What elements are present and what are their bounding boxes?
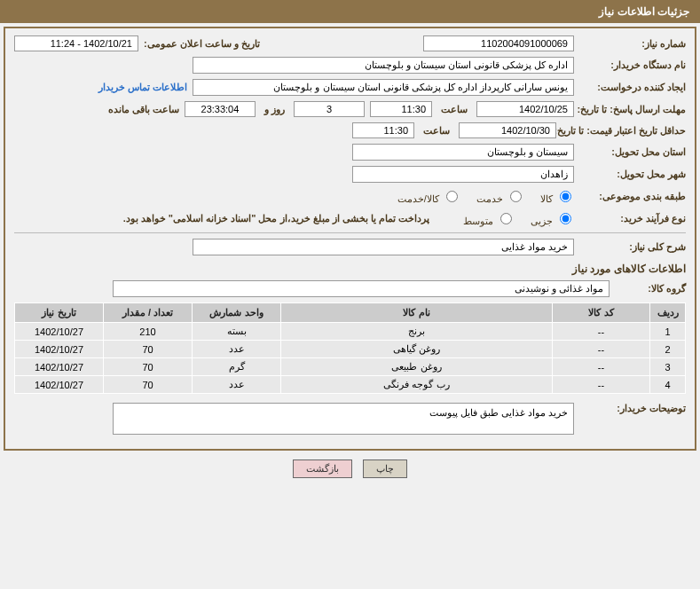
- class-opt3-label: کالا/خدمت: [397, 193, 439, 204]
- table-row: 1--برنجبسته2101402/10/27: [15, 323, 686, 341]
- th-unit: واحد شمارش: [193, 303, 281, 323]
- announce-datetime-value: 1402/10/21 - 11:24: [14, 35, 138, 51]
- need-number-label: شماره نیاز:: [579, 38, 686, 50]
- table-cell: عدد: [193, 341, 281, 358]
- table-cell: --: [553, 376, 650, 394]
- table-cell: برنج: [281, 323, 553, 341]
- divider-1: [14, 232, 686, 233]
- table-cell: 70: [104, 376, 193, 394]
- goods-group-label: گروه کالا:: [615, 283, 686, 294]
- table-cell: --: [553, 341, 650, 358]
- process-radio-medium[interactable]: متوسط: [463, 210, 515, 227]
- th-row: ردیف: [650, 303, 686, 323]
- th-code: کد کالا: [553, 303, 650, 323]
- delivery-province-label: استان محل تحویل:: [579, 146, 686, 158]
- validity-label: حداقل تاریخ اعتبار قیمت: تا تاریخ:: [562, 125, 686, 137]
- goods-group-value: مواد غذائی و نوشیدنی: [113, 280, 610, 297]
- requester-value: یونس سارانی کارپرداز اداره کل پزشکی قانو…: [193, 79, 574, 96]
- validity-date-value: 1402/10/30: [459, 122, 556, 138]
- buyer-notes-value: خرید مواد غذایی طبق فایل پیوست: [113, 403, 574, 435]
- requester-label: ایجاد کننده درخواست:: [579, 82, 686, 93]
- table-cell: --: [553, 323, 650, 341]
- table-cell: 1402/10/27: [15, 376, 104, 394]
- overview-label: شرح کلی نیاز:: [579, 241, 686, 253]
- table-cell: بسته: [193, 323, 281, 341]
- class-opt2-label: خدمت: [476, 193, 503, 204]
- table-cell: 70: [104, 358, 193, 376]
- table-cell: 1402/10/27: [15, 358, 104, 376]
- need-number-value: 1102004091000069: [423, 35, 574, 51]
- table-cell: گرم: [193, 358, 281, 376]
- class-radio-service[interactable]: خدمت: [476, 188, 524, 205]
- delivery-city-value: زاهدان: [352, 166, 574, 183]
- th-name: نام کالا: [281, 303, 553, 323]
- table-cell: رب گوجه فرنگی: [281, 376, 553, 394]
- countdown-value: 23:33:04: [185, 101, 256, 117]
- table-cell: روغن گیاهی: [281, 341, 553, 358]
- buyer-notes-label: توضیحات خریدار:: [579, 403, 686, 414]
- buyer-contact-link[interactable]: اطلاعات تماس خریدار: [98, 82, 187, 93]
- time-label-2: ساعت: [423, 125, 450, 137]
- buyer-org-value: اداره کل پزشکی قانونی استان سیستان و بلو…: [193, 57, 574, 74]
- table-row: 3--روغن طبیعیگرم701402/10/27: [15, 358, 686, 376]
- th-qty: تعداد / مقدار: [104, 303, 193, 323]
- table-cell: 1402/10/27: [15, 341, 104, 358]
- details-frame: شماره نیاز: 1102004091000069 تاریخ و ساع…: [4, 27, 696, 451]
- table-cell: 210: [104, 323, 193, 341]
- days-remaining-value: 3: [294, 101, 365, 117]
- table-cell: 70: [104, 341, 193, 358]
- deadline-send-label: مهلت ارسال پاسخ: تا تاریخ:: [579, 104, 686, 115]
- overview-value: خرید مواد غذایی: [193, 239, 574, 255]
- process-opt2-label: متوسط: [463, 216, 493, 226]
- validity-time-value: 11:30: [352, 122, 414, 138]
- payment-note: پرداخت تمام یا بخشی از مبلغ خرید،از محل …: [123, 213, 429, 224]
- buyer-org-label: نام دستگاه خریدار:: [579, 59, 686, 71]
- deadline-date-value: 1402/10/25: [476, 101, 574, 117]
- class-opt1-label: کالا: [540, 193, 553, 204]
- table-cell: 4: [650, 376, 686, 394]
- table-cell: 2: [650, 341, 686, 358]
- delivery-city-label: شهر محل تحویل:: [579, 169, 686, 180]
- process-type-label: نوع فرآیند خرید:: [579, 213, 686, 224]
- goods-section-title: اطلاعات کالاهای مورد نیاز: [14, 263, 686, 275]
- table-row: 4--رب گوجه فرنگیعدد701402/10/27: [15, 376, 686, 394]
- deadline-time-value: 11:30: [370, 101, 432, 117]
- th-date: تاریخ نیاز: [15, 303, 104, 323]
- classification-label: طبقه بندی موضوعی:: [579, 191, 686, 202]
- process-radio-minor[interactable]: جزیی: [531, 210, 574, 227]
- day-and-label: روز و: [264, 104, 285, 115]
- delivery-province-value: سیستان و بلوچستان: [352, 144, 574, 161]
- table-row: 2--روغن گیاهیعدد701402/10/27: [15, 341, 686, 358]
- table-cell: --: [553, 358, 650, 376]
- class-radio-goods[interactable]: کالا: [540, 188, 574, 205]
- page-title: جزئیات اطلاعات نیاز: [0, 0, 700, 23]
- back-button[interactable]: بازگشت: [293, 459, 352, 478]
- table-cell: روغن طبیعی: [281, 358, 553, 376]
- class-radio-both[interactable]: کالا/خدمت: [397, 188, 460, 205]
- table-cell: 1: [650, 323, 686, 341]
- process-opt1-label: جزیی: [531, 216, 553, 226]
- announce-label: تاریخ و ساعت اعلان عمومی:: [144, 38, 260, 50]
- print-button[interactable]: چاپ: [363, 459, 407, 478]
- remaining-label: ساعت باقی مانده: [108, 104, 179, 115]
- time-label-1: ساعت: [441, 104, 468, 115]
- table-cell: 3: [650, 358, 686, 376]
- items-table: ردیف کد کالا نام کالا واحد شمارش تعداد /…: [14, 302, 686, 394]
- table-cell: 1402/10/27: [15, 323, 104, 341]
- table-cell: عدد: [193, 376, 281, 394]
